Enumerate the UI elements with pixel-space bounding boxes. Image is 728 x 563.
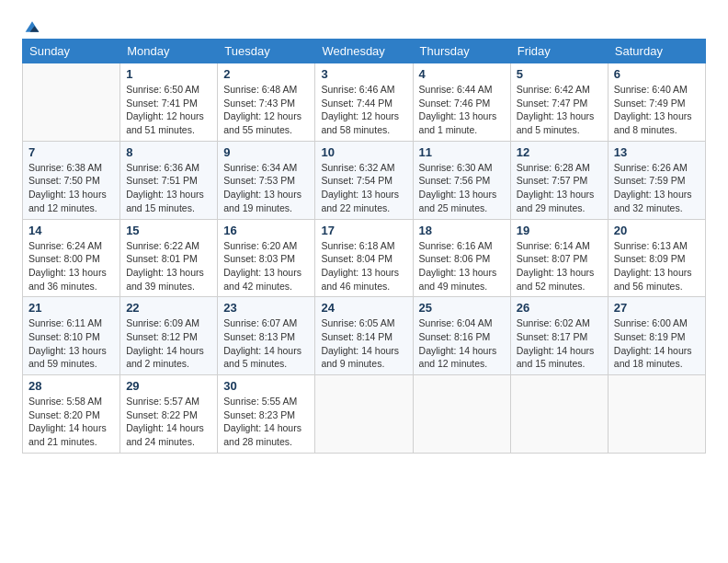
calendar-header-thursday: Thursday: [413, 40, 510, 63]
day-info: Sunrise: 6:48 AM Sunset: 7:43 PM Dayligh…: [223, 83, 309, 137]
logo-icon: [24, 18, 40, 35]
day-info: Sunrise: 6:34 AM Sunset: 7:53 PM Dayligh…: [223, 161, 309, 215]
calendar-cell: [315, 375, 413, 454]
calendar-cell: [510, 375, 608, 454]
calendar-cell: [608, 375, 705, 454]
calendar-cell: [413, 375, 510, 454]
day-info: Sunrise: 6:09 AM Sunset: 8:12 PM Dayligh…: [126, 316, 211, 371]
calendar-cell: 8Sunrise: 6:36 AM Sunset: 7:51 PM Daylig…: [120, 141, 218, 219]
day-number: 9: [223, 145, 309, 159]
calendar-header-friday: Friday: [510, 40, 608, 63]
day-number: 13: [614, 145, 700, 159]
calendar-cell: 16Sunrise: 6:20 AM Sunset: 8:03 PM Dayli…: [218, 219, 315, 297]
day-number: 27: [614, 301, 700, 315]
day-number: 4: [419, 67, 505, 81]
day-number: 7: [28, 145, 114, 159]
calendar-cell: 27Sunrise: 6:00 AM Sunset: 8:19 PM Dayli…: [608, 297, 705, 375]
calendar-cell: 19Sunrise: 6:14 AM Sunset: 8:07 PM Dayli…: [510, 219, 608, 297]
day-number: 24: [321, 301, 406, 315]
day-number: 5: [517, 67, 602, 81]
calendar-cell: 5Sunrise: 6:42 AM Sunset: 7:47 PM Daylig…: [510, 63, 608, 142]
day-number: 2: [223, 67, 309, 81]
calendar-cell: 21Sunrise: 6:11 AM Sunset: 8:10 PM Dayli…: [23, 297, 120, 375]
day-number: 14: [28, 224, 114, 237]
calendar-cell: 14Sunrise: 6:24 AM Sunset: 8:00 PM Dayli…: [23, 219, 120, 297]
calendar-week-row: 21Sunrise: 6:11 AM Sunset: 8:10 PM Dayli…: [23, 297, 706, 375]
calendar-cell: 2Sunrise: 6:48 AM Sunset: 7:43 PM Daylig…: [218, 63, 315, 142]
calendar-cell: 30Sunrise: 5:55 AM Sunset: 8:23 PM Dayli…: [218, 375, 315, 454]
day-number: 20: [614, 224, 700, 237]
calendar-cell: 17Sunrise: 6:18 AM Sunset: 8:04 PM Dayli…: [315, 219, 413, 297]
day-info: Sunrise: 6:26 AM Sunset: 7:59 PM Dayligh…: [614, 161, 700, 215]
day-info: Sunrise: 6:00 AM Sunset: 8:19 PM Dayligh…: [614, 316, 700, 371]
day-info: Sunrise: 6:11 AM Sunset: 8:10 PM Dayligh…: [28, 316, 114, 371]
day-number: 29: [126, 379, 211, 393]
calendar-week-row: 7Sunrise: 6:38 AM Sunset: 7:50 PM Daylig…: [23, 141, 706, 219]
calendar-cell: [23, 63, 120, 142]
day-number: 21: [28, 301, 114, 315]
calendar-cell: 6Sunrise: 6:40 AM Sunset: 7:49 PM Daylig…: [608, 63, 705, 142]
day-number: 10: [321, 145, 406, 159]
calendar-cell: 9Sunrise: 6:34 AM Sunset: 7:53 PM Daylig…: [218, 141, 315, 219]
day-info: Sunrise: 6:02 AM Sunset: 8:17 PM Dayligh…: [517, 316, 602, 371]
day-number: 28: [28, 379, 114, 393]
day-number: 19: [517, 224, 602, 237]
day-info: Sunrise: 6:07 AM Sunset: 8:13 PM Dayligh…: [223, 316, 309, 371]
calendar-cell: 24Sunrise: 6:05 AM Sunset: 8:14 PM Dayli…: [315, 297, 413, 375]
day-info: Sunrise: 5:58 AM Sunset: 8:20 PM Dayligh…: [28, 395, 114, 449]
calendar-cell: 26Sunrise: 6:02 AM Sunset: 8:17 PM Dayli…: [510, 297, 608, 375]
calendar-cell: 20Sunrise: 6:13 AM Sunset: 8:09 PM Dayli…: [608, 219, 705, 297]
day-info: Sunrise: 6:30 AM Sunset: 7:56 PM Dayligh…: [419, 161, 505, 215]
day-number: 1: [126, 67, 211, 81]
calendar-cell: 18Sunrise: 6:16 AM Sunset: 8:06 PM Dayli…: [413, 219, 510, 297]
day-number: 16: [223, 224, 309, 237]
day-info: Sunrise: 6:42 AM Sunset: 7:47 PM Dayligh…: [517, 83, 602, 137]
calendar-cell: 29Sunrise: 5:57 AM Sunset: 8:22 PM Dayli…: [120, 375, 218, 454]
calendar-week-row: 1Sunrise: 6:50 AM Sunset: 7:41 PM Daylig…: [23, 63, 706, 142]
day-info: Sunrise: 6:32 AM Sunset: 7:54 PM Dayligh…: [321, 161, 406, 215]
day-info: Sunrise: 6:04 AM Sunset: 8:16 PM Dayligh…: [419, 316, 505, 371]
day-number: 15: [126, 224, 211, 237]
day-info: Sunrise: 6:28 AM Sunset: 7:57 PM Dayligh…: [517, 161, 602, 215]
calendar-header-wednesday: Wednesday: [315, 40, 413, 63]
calendar-cell: 4Sunrise: 6:44 AM Sunset: 7:46 PM Daylig…: [413, 63, 510, 142]
day-number: 17: [321, 224, 406, 237]
day-info: Sunrise: 5:55 AM Sunset: 8:23 PM Dayligh…: [223, 395, 309, 449]
calendar-cell: 11Sunrise: 6:30 AM Sunset: 7:56 PM Dayli…: [413, 141, 510, 219]
calendar-cell: 13Sunrise: 6:26 AM Sunset: 7:59 PM Dayli…: [608, 141, 705, 219]
calendar-week-row: 14Sunrise: 6:24 AM Sunset: 8:00 PM Dayli…: [23, 219, 706, 297]
day-number: 6: [614, 67, 700, 81]
calendar-cell: 15Sunrise: 6:22 AM Sunset: 8:01 PM Dayli…: [120, 219, 218, 297]
calendar-cell: 22Sunrise: 6:09 AM Sunset: 8:12 PM Dayli…: [120, 297, 218, 375]
day-info: Sunrise: 5:57 AM Sunset: 8:22 PM Dayligh…: [126, 395, 211, 449]
calendar-cell: 10Sunrise: 6:32 AM Sunset: 7:54 PM Dayli…: [315, 141, 413, 219]
day-info: Sunrise: 6:50 AM Sunset: 7:41 PM Dayligh…: [126, 83, 211, 137]
day-number: 8: [126, 145, 211, 159]
day-info: Sunrise: 6:16 AM Sunset: 8:06 PM Dayligh…: [419, 239, 505, 293]
calendar-cell: 3Sunrise: 6:46 AM Sunset: 7:44 PM Daylig…: [315, 63, 413, 142]
calendar-cell: 25Sunrise: 6:04 AM Sunset: 8:16 PM Dayli…: [413, 297, 510, 375]
calendar-header-monday: Monday: [120, 40, 218, 63]
day-info: Sunrise: 6:40 AM Sunset: 7:49 PM Dayligh…: [614, 83, 700, 137]
calendar-table: SundayMondayTuesdayWednesdayThursdayFrid…: [22, 39, 706, 454]
day-number: 26: [517, 301, 602, 315]
calendar-header-row: SundayMondayTuesdayWednesdayThursdayFrid…: [23, 40, 706, 63]
day-info: Sunrise: 6:14 AM Sunset: 8:07 PM Dayligh…: [517, 239, 602, 293]
day-number: 25: [419, 301, 505, 315]
day-number: 22: [126, 301, 211, 315]
day-info: Sunrise: 6:24 AM Sunset: 8:00 PM Dayligh…: [28, 239, 114, 293]
day-info: Sunrise: 6:44 AM Sunset: 7:46 PM Dayligh…: [419, 83, 505, 137]
day-info: Sunrise: 6:36 AM Sunset: 7:51 PM Dayligh…: [126, 161, 211, 215]
day-number: 3: [321, 67, 406, 81]
calendar-cell: 12Sunrise: 6:28 AM Sunset: 7:57 PM Dayli…: [510, 141, 608, 219]
day-info: Sunrise: 6:38 AM Sunset: 7:50 PM Dayligh…: [28, 161, 114, 215]
calendar-cell: 1Sunrise: 6:50 AM Sunset: 7:41 PM Daylig…: [120, 63, 218, 142]
calendar-cell: 28Sunrise: 5:58 AM Sunset: 8:20 PM Dayli…: [23, 375, 120, 454]
day-info: Sunrise: 6:22 AM Sunset: 8:01 PM Dayligh…: [126, 239, 211, 293]
day-number: 12: [517, 145, 602, 159]
logo: [22, 18, 40, 31]
day-info: Sunrise: 6:46 AM Sunset: 7:44 PM Dayligh…: [321, 83, 406, 137]
day-info: Sunrise: 6:20 AM Sunset: 8:03 PM Dayligh…: [223, 239, 309, 293]
day-number: 30: [223, 379, 309, 393]
day-number: 23: [223, 301, 309, 315]
